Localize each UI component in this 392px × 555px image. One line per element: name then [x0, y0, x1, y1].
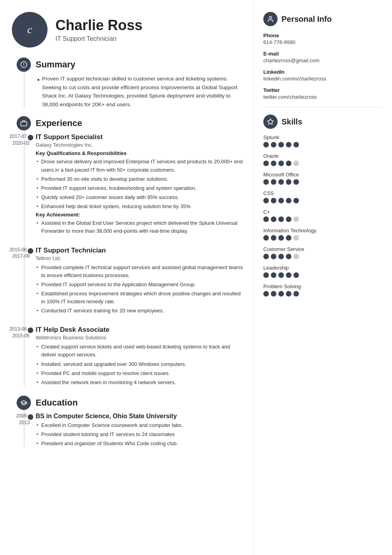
list-item: Established process improvement strategi… — [36, 290, 245, 306]
dot-filled — [263, 272, 269, 278]
experience-title: Experience — [36, 118, 82, 128]
dot-filled — [271, 291, 276, 297]
dot-empty — [293, 254, 299, 259]
dot-filled — [278, 254, 284, 259]
skills-list: SplunkOracleMicrosoft OfficeCSSC+Informa… — [263, 134, 382, 297]
skill-dots — [263, 254, 382, 259]
pi-email-value: charliezross@gmail.com — [263, 57, 382, 63]
skill-row: Customer Service — [263, 246, 382, 259]
svg-point-4 — [269, 16, 272, 19]
exp-bullets-2: Provided complete IT technical support s… — [36, 264, 245, 315]
list-item: Installed, serviced and upgraded over 30… — [36, 360, 245, 368]
skill-name: C+ — [263, 209, 382, 215]
dot-empty — [293, 161, 299, 166]
skill-row: C+ — [263, 209, 382, 222]
dot-filled — [278, 291, 284, 297]
skill-dots — [263, 272, 382, 278]
skill-name: Customer Service — [263, 246, 382, 252]
left-column: c Charlie Ross IT Support Technician Sum… — [0, 0, 253, 555]
pi-email: E-mail charliezross@gmail.com — [263, 51, 382, 63]
dot-filled — [278, 179, 284, 185]
list-item: Quickly solved 20+ customer issues daily… — [36, 193, 245, 201]
summary-text: Proven IT support technician skilled in … — [36, 75, 245, 109]
edu-bullets-1: Excelled in Computer Science coursework … — [36, 421, 245, 448]
resume-container: c Charlie Ross IT Support Technician Sum… — [0, 0, 392, 555]
header-text: Charlie Ross IT Support Technician — [55, 17, 143, 42]
skill-row: Leadership — [263, 265, 382, 278]
skill-dots — [263, 216, 382, 222]
pi-phone-label: Phone — [263, 33, 382, 38]
exp-dot-3 — [28, 327, 33, 333]
experience-section: Experience 2017-07 - 2020-02 IT Support … — [12, 118, 245, 387]
dot-filled — [263, 235, 269, 241]
summary-header: Summary — [36, 59, 245, 70]
edu-date-1: 2009 - 2013 — [0, 413, 30, 426]
pi-twitter: Twitter twitter.com/charliezross — [263, 87, 382, 100]
dot-filled — [263, 198, 269, 203]
exp-company-1: Galaxy Technologies Inc. — [36, 142, 245, 148]
pi-linkedin-label: LinkedIn — [263, 69, 382, 75]
list-item: Created support service tickets and used… — [36, 343, 245, 359]
dot-filled — [293, 142, 299, 147]
exp-date-3: 2013-06 - 2015-05 — [0, 326, 30, 339]
dot-filled — [278, 216, 284, 222]
summary-icon — [17, 57, 31, 72]
candidate-name: Charlie Ross — [55, 17, 143, 34]
pi-twitter-label: Twitter — [263, 87, 382, 93]
list-item: Assisted in the Global End User Services… — [36, 219, 245, 235]
dot-filled — [293, 179, 299, 185]
dot-filled — [278, 272, 284, 278]
dot-filled — [263, 142, 269, 147]
summary-section: Summary Proven IT support technician ski… — [12, 59, 245, 109]
education-header: Education — [36, 398, 245, 408]
exp-dot-2 — [28, 248, 33, 254]
dot-filled — [286, 142, 291, 147]
experience-entry-1: 2017-07 - 2020-02 IT Support Specialist … — [36, 133, 245, 235]
exp-company-3: Webtronics Business Solutions — [36, 335, 245, 341]
divider — [263, 107, 382, 107]
svg-rect-3 — [21, 122, 27, 126]
dot-filled — [271, 216, 276, 222]
exp-bullets-3: Created support service tickets and used… — [36, 343, 245, 387]
personal-info-icon — [263, 12, 278, 26]
dot-filled — [286, 179, 291, 185]
skill-name: Problem Solving — [263, 283, 382, 289]
avatar-letter: c — [27, 23, 32, 36]
exp-title-3: IT Help Desk Associate — [36, 326, 245, 334]
skill-row: Splunk — [263, 134, 382, 147]
experience-entry-3: 2013-06 - 2015-05 IT Help Desk Associate… — [36, 326, 245, 387]
exp-title-1: IT Support Specialist — [36, 133, 245, 141]
dot-filled — [278, 235, 284, 241]
education-entry-1: 2009 - 2013 BS in Computer Science, Ohio… — [36, 413, 245, 448]
list-item: Provided IT support services, troublesho… — [36, 184, 245, 192]
summary-title: Summary — [36, 59, 75, 70]
dot-filled — [271, 142, 276, 147]
exp-date-2: 2015-06 - 2017-09 — [0, 247, 30, 260]
list-item: Provided IT support services to the Appl… — [36, 281, 245, 289]
dot-filled — [286, 272, 291, 278]
exp-subheading1-1: Key Qualifications & Responsibilities — [36, 150, 245, 156]
pi-linkedin: LinkedIn linkedin.com/in/charliezross — [263, 69, 382, 82]
dot-empty — [293, 235, 299, 241]
list-item: Assisted the network team in monitoring … — [36, 379, 245, 387]
skill-name: Oracle — [263, 153, 382, 159]
dot-filled — [286, 254, 291, 259]
exp-date-1: 2017-07 - 2020-02 — [0, 133, 30, 147]
dot-filled — [271, 254, 276, 259]
dot-filled — [271, 161, 276, 166]
skills-icon — [263, 115, 278, 129]
skill-name: Leadership — [263, 265, 382, 271]
personal-info-title: Personal Info — [282, 15, 332, 24]
skill-row: Information Technology — [263, 228, 382, 241]
pi-linkedin-value: linkedin.com/in/charliezross — [263, 76, 382, 82]
edu-dot-1 — [28, 414, 33, 420]
skill-row: CSS — [263, 190, 382, 203]
dot-filled — [263, 291, 269, 297]
dot-filled — [286, 235, 291, 241]
list-item: Provided complete IT technical support s… — [36, 264, 245, 279]
dot-filled — [286, 198, 291, 203]
skill-dots — [263, 142, 382, 147]
dot-filled — [271, 179, 276, 185]
education-section: Education 2009 - 2013 BS in Computer Sci… — [12, 398, 245, 448]
dot-filled — [263, 179, 269, 185]
